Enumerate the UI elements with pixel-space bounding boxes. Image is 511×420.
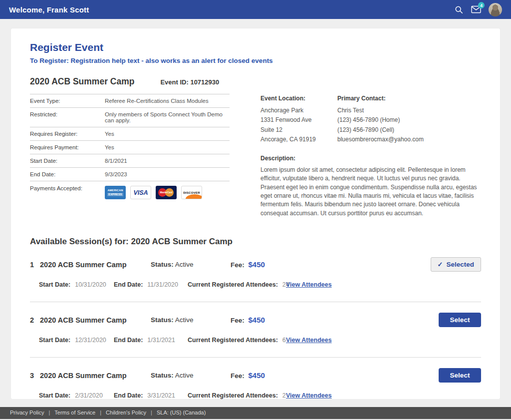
- start-date-label: Start Date:: [39, 337, 70, 344]
- fee-value: $450: [249, 371, 265, 380]
- session-select-button[interactable]: Select: [439, 368, 481, 383]
- end-date-label: End Date:: [114, 392, 143, 399]
- event-name: 2020 ACB Summer Camp: [30, 76, 134, 87]
- payments-accepted-row: Payments Accepted: AMERICAN EXPRESS VISA: [30, 181, 230, 200]
- table-row: Restricted: Only members of Sports Conne…: [30, 107, 230, 127]
- welcome-text: Welcome, Frank Scott: [9, 5, 89, 14]
- status-value: Active: [175, 372, 194, 379]
- attendees-label: Current Registered Attendees:: [188, 392, 278, 399]
- event-header: 2020 ACB Summer Camp Event ID: 10712930: [30, 76, 481, 87]
- contact-email: bluesombrerocmax@yahoo.com: [337, 135, 481, 144]
- detail-value: Referee Re-Certifications Class Modules: [105, 98, 230, 104]
- session-title: 2020 ACB Summer Camp: [40, 261, 151, 269]
- session-number: 3: [30, 372, 40, 380]
- footer-separator: |: [100, 410, 101, 416]
- event-location-block: Event Location: Anchorage Park 1331 Fenw…: [260, 95, 337, 145]
- session-end-date: End Date: 3/31/2021: [114, 392, 188, 399]
- session-number: 1: [30, 261, 40, 269]
- session-attendees: Current Registered Attendees: 2: [188, 392, 286, 399]
- session-status: Status: Active: [151, 316, 231, 324]
- search-icon[interactable]: [454, 4, 464, 14]
- session-end-date: End Date: 11/31/2020: [114, 281, 188, 288]
- mastercard-text: MasterCard: [160, 191, 173, 194]
- event-location-label: Event Location:: [260, 95, 337, 102]
- session-attendees: Current Registered Attendees: 24: [188, 281, 286, 288]
- end-date-label: End Date:: [114, 281, 143, 288]
- detail-label: Event Type:: [30, 98, 105, 104]
- start-date-value: 12/31/2020: [75, 337, 106, 344]
- status-label: Status:: [151, 372, 174, 379]
- end-date-value: 11/31/2020: [147, 281, 178, 288]
- session-row-3: 3 2020 ACB Summer Camp Status: Active Fe…: [30, 358, 481, 413]
- footer-link-privacy-policy[interactable]: Privacy Policy: [10, 410, 44, 416]
- description-text: Lorem ipsum dolor sit amet, consectetur …: [260, 166, 481, 218]
- table-row: End Date: 9/3/2023: [30, 167, 230, 181]
- status-label: Status:: [151, 316, 174, 324]
- table-row: Start Date: 8/1/2021: [30, 154, 230, 167]
- location-line: 1331 Fenwood Ave: [260, 115, 337, 125]
- page-title: Register Event: [30, 41, 481, 53]
- mastercard-card-icon: MasterCard: [156, 186, 177, 199]
- detail-label: Restricted:: [30, 111, 105, 117]
- view-attendees-link[interactable]: View Attendees: [286, 337, 332, 344]
- visa-card-icon: VISA: [130, 186, 151, 199]
- table-row: Requires Payment: Yes: [30, 140, 230, 154]
- description-label: Description:: [260, 155, 481, 162]
- detail-value: Yes: [105, 131, 230, 137]
- amex-card-icon: AMERICAN EXPRESS: [105, 186, 126, 199]
- attendees-label: Current Registered Attendees:: [188, 281, 278, 288]
- fee-label: Fee:: [231, 261, 245, 269]
- footer-link-childrens-policy[interactable]: Children's Policy: [106, 410, 146, 416]
- detail-value: Yes: [105, 144, 230, 150]
- registration-help-text: To Register: Registration help text - al…: [30, 57, 481, 64]
- discover-swoosh: [186, 194, 202, 199]
- status-value: Active: [175, 316, 194, 324]
- location-line: Suite 12: [260, 125, 337, 135]
- event-side-info: Event Location: Anchorage Park 1331 Fenw…: [260, 94, 481, 218]
- start-date-label: Start Date:: [39, 392, 70, 399]
- view-attendees-link[interactable]: View Attendees: [286, 392, 332, 399]
- footer-link-terms-of-service[interactable]: Terms of Service: [54, 410, 95, 416]
- event-id: Event ID: 10712930: [160, 78, 219, 86]
- mail-icon[interactable]: 4: [471, 4, 481, 14]
- detail-value: 8/1/2021: [105, 158, 230, 164]
- end-date-value: 1/31/2021: [147, 337, 175, 344]
- detail-label: Requires Payment:: [30, 144, 105, 150]
- detail-value: 9/3/2023: [105, 171, 230, 177]
- navbar-actions: 4: [454, 3, 502, 16]
- view-attendees-link[interactable]: View Attendees: [286, 281, 332, 288]
- session-number: 2: [30, 316, 40, 324]
- session-start-date: Start Date: 2/31/2020: [39, 392, 114, 399]
- contact-line: Chris Test: [337, 106, 481, 115]
- table-row: Requires Register: Yes: [30, 127, 230, 140]
- amex-text-line1: AMERICAN: [107, 189, 123, 192]
- footer-link-sla[interactable]: SLA: (US) (Canada): [157, 410, 206, 416]
- session-title: 2020 ACB Summer Camp: [40, 316, 151, 324]
- event-description-block: Description: Lorem ipsum dolor sit amet,…: [260, 155, 481, 218]
- fee-value: $450: [249, 316, 265, 324]
- payment-card-icons: AMERICAN EXPRESS VISA MasterCard: [105, 186, 230, 199]
- session-title: 2020 ACB Summer Camp: [40, 372, 151, 380]
- contact-line: (123) 456-7890 (Cell): [337, 125, 481, 135]
- session-selected-button[interactable]: ✓ Selected: [431, 257, 481, 272]
- session-status: Status: Active: [151, 261, 231, 268]
- location-line: Anchorage Park: [260, 106, 337, 115]
- session-select-button[interactable]: Select: [439, 313, 481, 327]
- primary-contact-block: Primary Contact: Chris Test (123) 456-78…: [337, 95, 481, 145]
- session-start-date: Start Date: 10/31/2020: [39, 281, 114, 288]
- detail-label: Requires Register:: [30, 131, 105, 137]
- primary-contact-label: Primary Contact:: [337, 95, 481, 102]
- event-detail-table: Event Type: Referee Re-Certifications Cl…: [30, 94, 230, 218]
- detail-label: End Date:: [30, 171, 105, 177]
- status-label: Status:: [151, 261, 174, 268]
- discover-card-icon: DISCOVER: [181, 186, 202, 199]
- user-avatar[interactable]: [489, 3, 502, 16]
- attendees-count: 6: [282, 337, 286, 344]
- session-end-date: End Date: 1/31/2021: [114, 337, 188, 344]
- session-row-2: 2 2020 ACB Summer Camp Status: Active Fe…: [30, 302, 481, 358]
- end-date-value: 3/31/2021: [147, 392, 175, 399]
- attendees-count: 2: [282, 392, 286, 399]
- session-fee: Fee: $450: [231, 316, 265, 324]
- footer-separator: |: [48, 410, 50, 416]
- contact-line: (123) 456-7890 (Home): [337, 115, 481, 125]
